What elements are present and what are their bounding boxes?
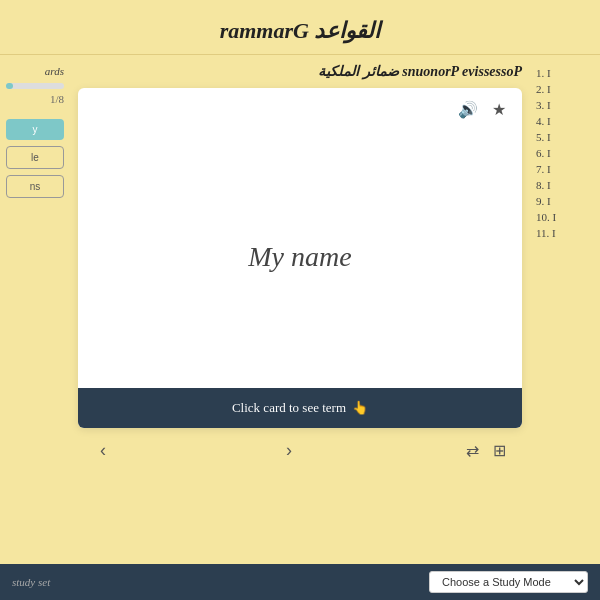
card-click-bar[interactable]: Click card to see term 👆 <box>78 388 522 428</box>
right-sidebar: 1. I2. I3. I4. I5. I6. I7. I8. I9. I10. … <box>530 55 600 564</box>
list-item: 10. I <box>536 209 594 225</box>
list-item: 2. I <box>536 81 594 97</box>
click-label: Click card to see term <box>232 400 346 416</box>
list-item: 11. I <box>536 225 594 241</box>
bottom-bar: study set Choose a Study Mode <box>0 564 600 600</box>
nav-icons-right: ⇄ ⊞ <box>464 439 508 462</box>
sidebar-btn-ns[interactable]: ns <box>6 175 64 198</box>
sidebar-btn-le[interactable]: le <box>6 146 64 169</box>
page-title: القواعد Grammar <box>10 18 590 44</box>
card-count: 1/8 <box>6 93 64 105</box>
top-bar: القواعد Grammar <box>0 0 600 55</box>
main-area: ards 1/8 y le ns Possessive Pronouns ضما… <box>0 55 600 564</box>
sidebar-btn-y[interactable]: y <box>6 119 64 140</box>
star-button[interactable]: ★ <box>490 98 508 121</box>
progress-bar-container <box>6 83 64 89</box>
shuffle-button[interactable]: ⇄ <box>464 439 481 462</box>
list-item: 3. I <box>536 97 594 113</box>
sound-button[interactable]: 🔊 <box>456 98 480 121</box>
card-body: My name <box>78 125 522 388</box>
prev-card-button[interactable]: ‹ <box>92 436 114 465</box>
flashcard-area[interactable]: 🔊 ★ My name Click card to see term 👆 <box>78 88 522 428</box>
list-item: 9. I <box>536 193 594 209</box>
list-item: 8. I <box>536 177 594 193</box>
click-emoji: 👆 <box>352 400 368 416</box>
next-card-button[interactable]: › <box>278 436 300 465</box>
page-wrapper: القواعد Grammar ards 1/8 y le ns Possess… <box>0 0 600 600</box>
set-title: Possessive Pronouns ضمائر الملكية <box>78 63 522 80</box>
grid-button[interactable]: ⊞ <box>491 439 508 462</box>
card-term: My name <box>248 241 351 273</box>
list-item: 7. I <box>536 161 594 177</box>
sidebar-cards-label: ards <box>6 65 64 77</box>
progress-bar-fill <box>6 83 13 89</box>
card-top-icons: 🔊 ★ <box>78 88 522 125</box>
card-nav-row: ‹ › ⇄ ⊞ <box>78 428 522 473</box>
center-content: Possessive Pronouns ضمائر الملكية 🔊 ★ My… <box>70 55 530 564</box>
left-sidebar: ards 1/8 y le ns <box>0 55 70 564</box>
list-item: 6. I <box>536 145 594 161</box>
study-set-label: study set <box>12 576 50 588</box>
list-item: 5. I <box>536 129 594 145</box>
study-mode-select[interactable]: Choose a Study Mode <box>429 571 588 593</box>
list-item: 1. I <box>536 65 594 81</box>
list-item: 4. I <box>536 113 594 129</box>
